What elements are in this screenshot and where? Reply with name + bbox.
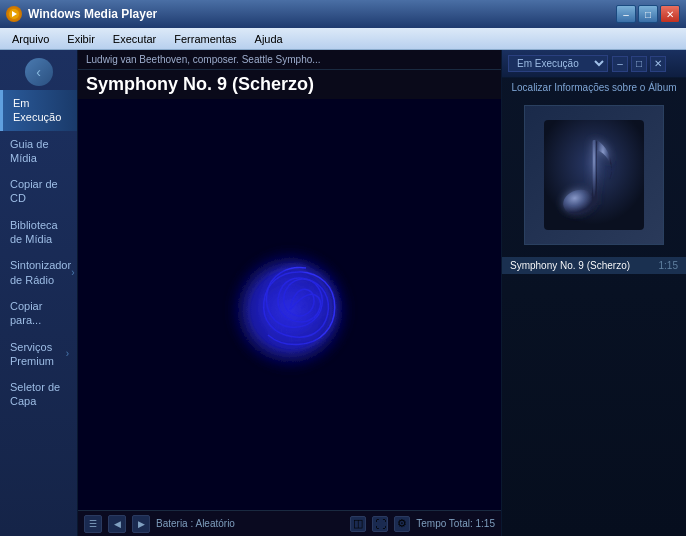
sidebar: ‹ EmExecução Guia deMídia Copiar deCD Bi… — [0, 50, 78, 536]
total-time: Tempo Total: 1:15 — [416, 518, 495, 529]
find-album-info[interactable]: Localizar Informações sobre o Álbum — [502, 78, 686, 97]
sidebar-label: ServiçosPremium — [10, 340, 54, 369]
menu-executar[interactable]: Executar — [105, 31, 164, 47]
album-art — [524, 105, 664, 245]
sidebar-item-guia-midia[interactable]: Guia deMídia — [0, 131, 77, 172]
sidebar-label: EmExecução — [13, 96, 61, 125]
sidebar-item-em-execucao[interactable]: EmExecução — [0, 90, 77, 131]
sidebar-item-copiar-cd[interactable]: Copiar deCD — [0, 171, 77, 212]
panel-controls: – □ ✕ — [612, 56, 666, 72]
right-panel: Em Execução – □ ✕ Localizar Informações … — [501, 50, 686, 536]
viz-fullscreen-icon[interactable]: ⛶ — [372, 516, 388, 532]
viz-menu-btn[interactable]: ☰ — [84, 515, 102, 533]
window-title: Windows Media Player — [28, 7, 610, 21]
sidebar-label: Copiar deCD — [10, 177, 58, 206]
track-title: Symphony No. 9 (Scherzo) — [78, 70, 501, 99]
title-bar: Windows Media Player – □ ✕ — [0, 0, 686, 28]
close-button[interactable]: ✕ — [660, 5, 680, 23]
viz-prev-btn[interactable]: ◀ — [108, 515, 126, 533]
app-icon — [6, 6, 22, 22]
panel-minimize-btn[interactable]: – — [612, 56, 628, 72]
sidebar-label: Copiarpara... — [10, 299, 42, 328]
sidebar-back-button[interactable]: ‹ — [25, 58, 53, 86]
video-area: Ludwig van Beethoven, composer. Seattle … — [78, 50, 501, 536]
visualization — [200, 215, 380, 395]
svg-point-4 — [265, 285, 315, 335]
viz-resize-icon[interactable]: ◫ — [350, 516, 366, 532]
viz-next-btn[interactable]: ▶ — [132, 515, 150, 533]
playlist: Symphony No. 9 (Scherzo) 1:15 — [502, 253, 686, 536]
maximize-button[interactable]: □ — [638, 5, 658, 23]
main-content: ‹ EmExecução Guia deMídia Copiar deCD Bi… — [0, 50, 686, 536]
panel-close-btn[interactable]: ✕ — [650, 56, 666, 72]
panel-dropdown[interactable]: Em Execução — [508, 55, 608, 72]
sidebar-item-premium[interactable]: ServiçosPremium › — [0, 334, 77, 375]
sidebar-item-radio[interactable]: Sintonizadorde Rádio › — [0, 252, 77, 293]
menu-bar: Arquivo Exibir Executar Ferramentas Ajud… — [0, 28, 686, 50]
minimize-button[interactable]: – — [616, 5, 636, 23]
menu-ajuda[interactable]: Ajuda — [247, 31, 291, 47]
video-bottom-bar: ☰ ◀ ▶ Bateria : Aleatório ◫ ⛶ ⚙ Tempo To… — [78, 510, 501, 536]
viz-mode-label: Bateria : Aleatório — [156, 518, 344, 529]
panel-restore-btn[interactable]: □ — [631, 56, 647, 72]
right-panel-header: Em Execução – □ ✕ — [502, 50, 686, 78]
menu-arquivo[interactable]: Arquivo — [4, 31, 57, 47]
sidebar-label: Sintonizadorde Rádio — [10, 258, 71, 287]
arrow-icon: › — [71, 266, 74, 279]
sidebar-item-copiar-para[interactable]: Copiarpara... — [0, 293, 77, 334]
playlist-item-duration: 1:15 — [659, 260, 678, 271]
sidebar-item-seletor-capa[interactable]: Seletor deCapa — [0, 374, 77, 415]
video-player[interactable] — [78, 99, 501, 510]
sidebar-label: Seletor deCapa — [10, 380, 60, 409]
menu-ferramentas[interactable]: Ferramentas — [166, 31, 244, 47]
playlist-item[interactable]: Symphony No. 9 (Scherzo) 1:15 — [502, 257, 686, 274]
window-controls: – □ ✕ — [616, 5, 680, 23]
sidebar-label: Guia deMídia — [10, 137, 49, 166]
svg-rect-7 — [592, 140, 597, 205]
track-info: Ludwig van Beethoven, composer. Seattle … — [78, 50, 501, 70]
sidebar-label: Bibliotecade Mídia — [10, 218, 58, 247]
album-art-image — [544, 120, 644, 230]
menu-exibir[interactable]: Exibir — [59, 31, 103, 47]
playlist-item-name: Symphony No. 9 (Scherzo) — [510, 260, 655, 271]
viz-settings-icon[interactable]: ⚙ — [394, 516, 410, 532]
arrow-icon: › — [66, 347, 69, 360]
sidebar-item-biblioteca[interactable]: Bibliotecade Mídia — [0, 212, 77, 253]
